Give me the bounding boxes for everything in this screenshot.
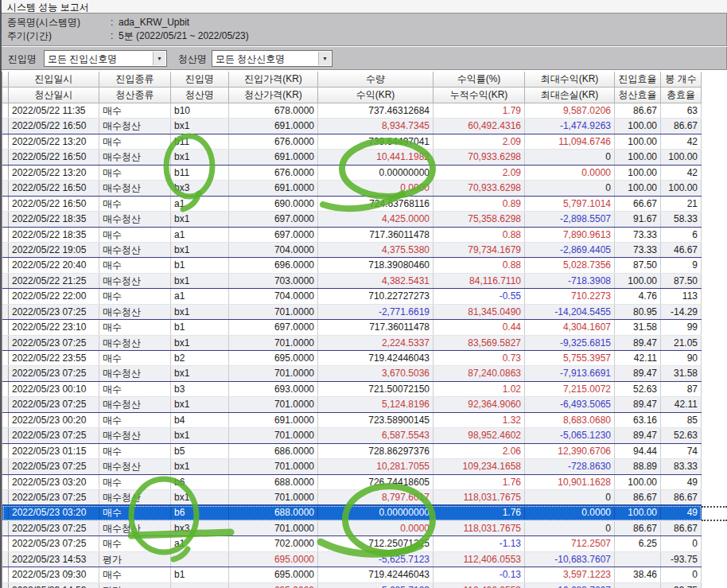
cell-entry-datetime: 2022/05/23 07:25 (9, 366, 99, 380)
cell-quantity: 10,281.7055 (318, 459, 433, 473)
column-header-entry-datetime[interactable]: 청산일시 (9, 88, 99, 103)
table-row[interactable]: 2022/05/23 01:15매수b5686.0000728.86297376… (2, 444, 702, 459)
cell-entry-datetime: 2022/05/23 07:25 (9, 428, 99, 442)
row-gutter (2, 212, 9, 226)
table-row[interactable]: 2022/05/22 21:25매수청산bx1703.00004,382.543… (2, 274, 702, 289)
cell-entry-kind: 매수청산 (99, 305, 171, 319)
table-row[interactable]: 2022/05/23 00:10매수b3693.0000721.50072150… (2, 382, 702, 397)
column-header-profit-rate[interactable]: 수익률(%) (433, 72, 525, 88)
cell-bar-count: 42 (661, 134, 702, 149)
cell-bar-count: -93.75 (661, 583, 702, 588)
column-header-entry-name[interactable]: 진입명 (171, 72, 229, 88)
column-header-profit-rate[interactable]: 누적수익(KR) (433, 88, 525, 103)
row-gutter (2, 103, 9, 118)
table-row[interactable]: 2022/05/23 07:25매수청산bx1701.000010,281.70… (2, 459, 702, 474)
table-row[interactable]: 2022/05/23 07:25매수청산bx1701.00006,587.554… (2, 428, 702, 443)
cell-bar-count: 100.00 (661, 181, 702, 195)
cell-quantity: 726.74418605 (318, 475, 433, 489)
cell-entry-price: 695.0000 (229, 567, 318, 582)
exit-filter-combobox[interactable]: 모든 청산신호명 ▼ (212, 50, 332, 67)
cell-max-profit: 7,890.9613 (525, 228, 615, 242)
cell-entry-price: 702.0000 (229, 536, 318, 551)
chevron-down-icon[interactable]: ▼ (318, 52, 331, 65)
cell-bar-count: -14.29 (661, 305, 702, 319)
cell-entry-datetime: 2022/05/23 07:25 (9, 397, 99, 411)
table-row[interactable]: 2022/05/22 13:20매수b11676.00000.000000002… (2, 165, 702, 181)
table-row[interactable]: 2022/05/22 16:50매수청산bx1691.00008,934.734… (2, 119, 702, 134)
table-row[interactable]: 2022/05/23 07:25매수a1702.0000712.25071225… (2, 536, 702, 551)
column-header-bar-count[interactable]: 봉 개수 (661, 72, 702, 88)
cell-entry-name: b1 (171, 320, 229, 334)
table-row[interactable]: 2022/05/22 20:40매수b1696.0000718.39080460… (2, 258, 702, 273)
column-header-entry-efficiency[interactable]: 청산효율 (615, 88, 661, 103)
cell-profit-rate: -0.13 (433, 567, 525, 582)
cell-entry-efficiency (615, 583, 661, 588)
table-row[interactable]: 2022/05/22 22:00매수a1704.0000710.22727273… (2, 289, 702, 304)
cell-entry-price: 697.0000 (229, 212, 318, 226)
column-header-bar-count[interactable]: 총효율 (661, 88, 702, 103)
cell-entry-name: b4 (171, 413, 229, 427)
cell-entry-efficiency: 4.76 (615, 289, 661, 303)
cell-entry-kind: 매수 (99, 320, 171, 334)
table-row[interactable]: 2022/05/23 03:20매수b6688.0000726.74418605… (2, 475, 702, 490)
cell-entry-kind: 매수청산 (99, 150, 171, 164)
column-header-max-profit[interactable]: 최대수익(KR) (525, 72, 615, 88)
cell-entry-datetime: 2022/05/23 01:15 (9, 444, 99, 458)
row-gutter (2, 119, 9, 133)
column-header-max-profit[interactable]: 최대손실(KR) (525, 88, 615, 103)
cell-bar-count: 49 (661, 505, 702, 520)
table-row[interactable]: 2022/05/22 16:50매수a1690.0000724.63768116… (2, 197, 702, 212)
entry-filter-combobox[interactable]: 모든 진입신호명 ▼ (44, 50, 167, 67)
cell-profit-rate: -0.55 (433, 289, 525, 303)
cell-max-profit: -728.8630 (525, 459, 615, 473)
table-row[interactable]: 2022/05/22 13:20매수b11676.0000739.6449704… (2, 134, 702, 150)
table-row[interactable]: 2022/05/23 07:25매수청산bx1701.0000-2,771.66… (2, 305, 702, 320)
cell-max-profit: 710.2273 (525, 289, 615, 303)
column-header-entry-price[interactable]: 진입가격(KR) (229, 72, 318, 88)
table-row[interactable]: 2022/05/23 09:30매수b1695.0000719.42446043… (2, 567, 702, 582)
cell-profit-rate: 92,364.9060 (433, 397, 525, 411)
cell-entry-datetime: 2022/05/23 09:30 (9, 567, 99, 582)
cell-quantity: 717.36011478 (318, 320, 433, 334)
table-row[interactable]: 2022/05/23 07:25매수청산bx3701.00000.0000118… (2, 521, 702, 536)
column-header-entry-kind[interactable]: 진입종류 (99, 72, 171, 88)
cell-entry-price: 693.0000 (229, 382, 318, 396)
table-row[interactable]: 2022/05/22 23:10매수b1697.0000717.36011478… (2, 320, 702, 335)
cell-quantity: 8,797.6017 (318, 490, 433, 504)
cell-entry-kind: 매수 (99, 228, 171, 242)
row-gutter (2, 258, 9, 272)
cell-entry-datetime: 2022/05/22 23:10 (9, 320, 99, 334)
table-row-selected[interactable]: 2022/05/23 03:20매수b6688.00000.000000001.… (2, 505, 702, 520)
cell-max-profit: 3,597.1223 (525, 567, 615, 582)
row-gutter (2, 428, 9, 442)
table-row[interactable]: 2022/05/23 07:25매수청산bx1701.00002,224.533… (2, 336, 702, 351)
table-row[interactable]: 2022/05/22 16:50매수청산bx3691.00000.000070,… (2, 181, 702, 196)
table-row[interactable]: 2022/05/23 07:25매수청산bx1701.00005,124.819… (2, 397, 702, 412)
table-row[interactable]: 2022/05/23 07:25매수청산bx1701.00003,670.503… (2, 366, 702, 381)
entry-filter-value: 모든 진입신호명 (48, 53, 117, 66)
cell-quantity: 0.00000000 (318, 505, 433, 520)
column-header-entry-name[interactable]: 청산명 (171, 88, 229, 103)
table-row[interactable]: 2022/05/22 18:35매수청산bx1697.00004,425.000… (2, 212, 702, 227)
column-header-quantity[interactable]: 수익(KR) (318, 88, 433, 103)
table-row[interactable]: 2022/05/23 14:53평가695.0000-5,625.7123112… (2, 552, 702, 567)
cell-profit-rate: 98,952.4602 (433, 428, 525, 442)
chevron-down-icon[interactable]: ▼ (153, 52, 165, 65)
table-row[interactable]: 2022/05/22 23:55매수b2695.0000719.42446043… (2, 351, 702, 366)
table-row[interactable]: 2022/05/22 19:05매수청산bx1704.00004,375.538… (2, 243, 702, 258)
selection-focus-extension (702, 506, 727, 521)
cell-entry-kind: 매수청산 (99, 490, 171, 504)
table-row[interactable]: 2022/05/22 11:35매수b10678.0000737.4631268… (2, 103, 702, 119)
table-row[interactable]: 2022/05/22 18:35매수a1697.0000717.36011478… (2, 228, 702, 243)
row-gutter (2, 150, 9, 164)
table-row[interactable]: 2022/05/22 16:50매수청산bx1691.000010,441.19… (2, 150, 702, 165)
table-row[interactable]: 2022/05/23 00:20매수b4691.0000723.58900145… (2, 413, 702, 428)
table-row[interactable]: 2022/05/23 14:53평가695.0000-5,625.7123112… (2, 583, 702, 588)
column-header-entry-efficiency[interactable]: 진입효율 (615, 72, 661, 88)
column-header-quantity[interactable]: 수량 (318, 72, 433, 88)
column-header-entry-kind[interactable]: 청산종류 (99, 88, 171, 103)
cell-quantity: 3,670.5036 (318, 366, 433, 380)
column-header-entry-price[interactable]: 청산가격(KR) (229, 88, 318, 103)
column-header-entry-datetime[interactable]: 진입일시 (9, 72, 99, 88)
table-row[interactable]: 2022/05/23 07:25매수청산bx1701.00008,797.601… (2, 490, 702, 505)
